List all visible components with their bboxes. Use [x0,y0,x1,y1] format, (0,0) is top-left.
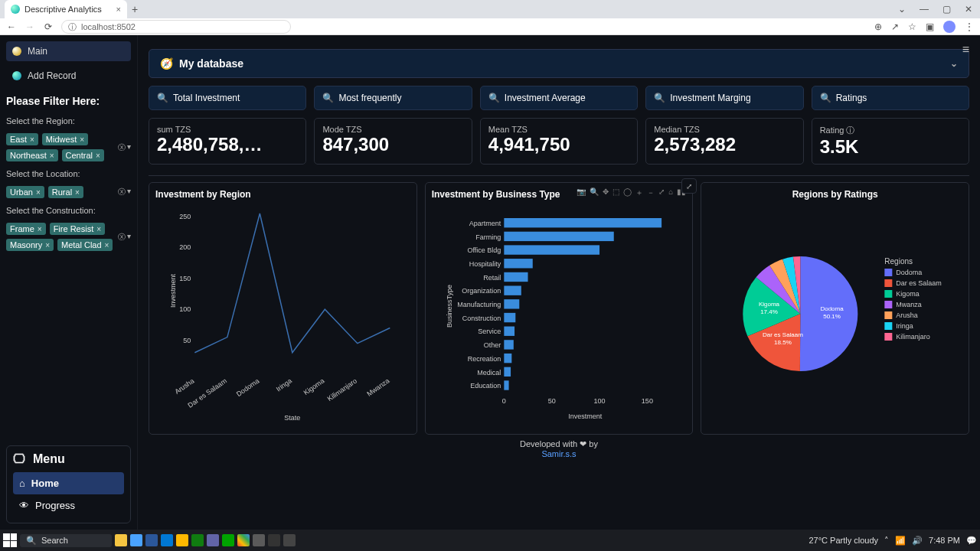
reset-icon[interactable]: ⌂ [668,187,673,198]
bar [504,313,515,322]
taskbar-app-icon[interactable] [115,534,127,546]
svg-text:18.5%: 18.5% [774,339,792,346]
new-tab-button[interactable]: + [132,3,138,15]
taskbar: 🔍 Search 27°C Partly cloudy ˄ 📶 🔊 7:48 P… [0,530,980,551]
chart-regions-by-ratings: Regions by Ratings Dodoma50.1%Dar es Sal… [701,182,969,435]
clock[interactable]: 7:48 PM [929,536,960,545]
filter-chip[interactable]: Frame × [6,223,46,235]
taskbar-app-icon[interactable] [130,534,142,546]
zoom-in-icon[interactable]: ＋ [635,187,643,198]
share-icon[interactable]: ↗ [891,21,899,32]
taskbar-app-icon[interactable] [145,534,158,546]
sidebar-item-add-record[interactable]: Add Record [6,66,131,86]
expander-my-database[interactable]: 🧭 My database ⌄ [149,49,969,78]
filter-chip[interactable]: Fire Resist × [50,223,105,235]
browser-tab[interactable]: Descriptive Analytics × [5,0,127,18]
taskbar-explorer-icon[interactable] [176,534,188,546]
tray-chevron-icon[interactable]: ˄ [884,536,889,546]
remove-chip-icon[interactable]: × [96,225,101,233]
start-button[interactable] [3,533,17,547]
remove-chip-icon[interactable]: × [96,152,100,160]
zoom-out-icon[interactable]: － [647,187,655,198]
profile-avatar[interactable] [943,21,956,33]
taskbar-app-icon[interactable] [268,534,280,546]
taskbar-chrome-icon[interactable] [237,534,250,546]
metric-card: sum TZS2,480,758,… [149,118,306,165]
svg-text:Investment: Investment [568,412,603,420]
chevron-down-icon[interactable]: ▾ [127,232,131,243]
filter-chip[interactable]: Metal Clad × [57,239,113,251]
address-bar[interactable]: ⓘ localhost:8502 [61,20,291,34]
search-icon: 🔍 [820,93,831,103]
autoscale-icon[interactable]: ⤢ [658,187,665,198]
svg-text:150: 150 [642,397,653,405]
close-icon[interactable]: × [116,5,121,14]
panel-icon[interactable]: ▣ [926,21,934,32]
zoom-icon[interactable]: 🔍 [590,187,599,198]
notifications-icon[interactable]: 💬 [966,536,977,546]
svg-text:50.1%: 50.1% [824,313,841,320]
svg-text:50: 50 [183,337,191,344]
region-multiselect[interactable]: East ×Midwest ×Northeast ×Central ×ⓧ▾ [6,133,131,161]
remove-chip-icon[interactable]: × [38,225,42,233]
clear-icon[interactable]: ⓧ [118,142,126,153]
remove-chip-icon[interactable]: × [45,241,50,249]
weather-widget[interactable]: 27°C Partly cloudy [808,536,878,545]
svg-text:Kilimanjaro: Kilimanjaro [897,333,931,341]
menu-item-progress[interactable]: 👁 Progress [13,494,124,517]
sidebar-item-main[interactable]: Main [6,41,131,61]
location-multiselect[interactable]: Urban ×Rural ×ⓧ▾ [6,186,131,198]
box-select-icon[interactable]: ⬚ [612,187,619,198]
filter-chip[interactable]: Northeast × [6,149,58,161]
pan-icon[interactable]: ✥ [603,187,609,198]
taskbar-app-icon[interactable] [283,534,296,546]
taskbar-edge-icon[interactable] [161,534,173,546]
bar [504,232,613,241]
maximize-icon[interactable]: ▢ [942,4,951,15]
remove-chip-icon[interactable]: × [50,152,54,160]
taskbar-app-icon[interactable] [253,534,265,546]
menu-item-home[interactable]: ⌂ Home [13,472,124,494]
taskbar-app-icon[interactable] [207,534,219,546]
svg-text:Service: Service [478,328,501,335]
kebab-icon[interactable]: ⋮ [965,21,974,32]
hamburger-icon[interactable]: ≡ [962,43,969,57]
clear-icon[interactable]: ⓧ [118,187,126,197]
wifi-icon[interactable]: 📶 [895,536,906,546]
filter-chip[interactable]: Urban × [6,186,44,198]
back-icon[interactable]: ← [6,21,17,32]
zoom-icon[interactable]: ⊕ [874,21,882,32]
remove-chip-icon[interactable]: × [105,241,109,249]
star-icon[interactable]: ☆ [908,21,916,32]
taskbar-app-icon[interactable] [222,534,234,546]
camera-icon[interactable]: 📷 [577,187,586,198]
lasso-icon[interactable]: ◯ [623,187,632,198]
remove-chip-icon[interactable]: × [80,135,84,144]
minimize-icon[interactable]: ― [920,4,929,15]
filter-chip[interactable]: Central × [62,149,104,161]
filter-chip[interactable]: Midwest × [42,133,88,145]
forward-icon[interactable]: → [24,21,35,32]
construction-multiselect[interactable]: Frame ×Fire Resist ×Masonry ×Metal Clad … [6,223,131,251]
search-icon: 🔍 [654,93,665,103]
plotly-modebar[interactable]: 📷 🔍 ✥ ⬚ ◯ ＋ － ⤢ ⌂ ▮▮ [577,187,686,198]
chevron-down-icon[interactable]: ▾ [127,142,131,153]
remove-chip-icon[interactable]: × [30,135,34,144]
remove-chip-icon[interactable]: × [75,188,80,197]
filter-chip[interactable]: East × [6,133,38,145]
footer-author[interactable]: Samir.s.s [541,449,576,458]
eye-icon: 👁 [19,500,29,511]
reload-icon[interactable]: ⟳ [43,21,54,32]
taskbar-search[interactable]: 🔍 Search [20,534,112,547]
chevron-down-icon[interactable]: ▾ [127,187,131,197]
remove-chip-icon[interactable]: × [36,188,41,197]
taskbar-app-icon[interactable] [191,534,204,546]
expand-icon[interactable]: ⤢ [681,178,697,194]
info-icon: ⓘ [68,21,77,33]
filter-chip[interactable]: Masonry × [6,239,54,251]
clear-icon[interactable]: ⓧ [118,232,126,243]
filter-chip[interactable]: Rural × [48,186,83,198]
volume-icon[interactable]: 🔊 [912,536,923,546]
chevron-down-icon[interactable]: ⌄ [898,4,906,15]
close-window-icon[interactable]: ✕ [965,4,972,15]
